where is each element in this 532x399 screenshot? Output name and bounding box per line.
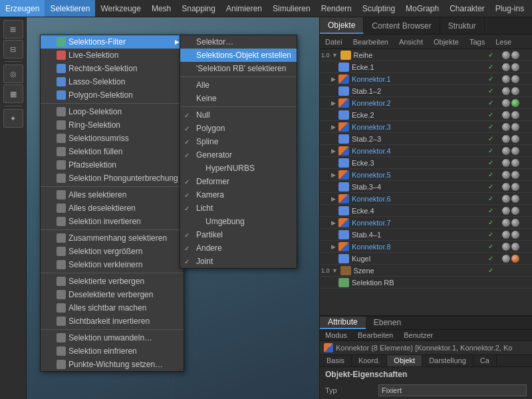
selfilt-joint-item[interactable]: ✓ Joint [180,255,297,268]
selfilt-generator-item[interactable]: ✓ Generator [180,148,297,162]
check-konnektor1[interactable]: ✓ [487,75,495,82]
selfilt-alle-item[interactable]: Alle [180,78,297,92]
obj-row-stab34[interactable]: Stab.3–4 ✓ [320,181,532,193]
menu-sculpting[interactable]: Sculpting [357,0,400,17]
toolbar-btn-3[interactable]: ◎ [3,65,23,83]
obj-row-konnektor1[interactable]: ▶ Konnektor.1 ✓ [320,73,532,85]
check-ecke2[interactable]: ✓ [487,111,495,118]
menu-plugins[interactable]: Plug-ins [490,0,529,17]
check-konnektor5[interactable]: ✓ [487,171,495,178]
sel-rechteck-item[interactable]: Rechteck-Selektion [41,62,184,75]
sel-verbergen-item[interactable]: Selektierte verbergen [41,275,184,288]
attr-menu-modus[interactable]: Modus [320,330,352,340]
sel-sichtbar-item[interactable]: Alles sichtbar machen [41,301,184,315]
menu-rendern[interactable]: Rendern [316,0,357,17]
menu-skript[interactable]: Skript [529,0,532,17]
sel-alles-item[interactable]: Alles selektieren [41,188,184,201]
obj-row-ecke2[interactable]: Ecke.2 ✓ [320,109,532,121]
obj-menu-tags[interactable]: Tags [464,35,490,49]
sel-polygon-item[interactable]: Polygon-Selektion [41,88,184,102]
obj-row-konnektor8[interactable]: ▶ Konnektor.8 ✓ [320,241,532,253]
selfilt-andere-item[interactable]: ✓ Andere [180,241,297,255]
tab-content-browser[interactable]: Content Browser [364,17,440,34]
selfilt-hypernurbs-item[interactable]: HyperNURBS [180,162,297,175]
attr-tab-attribute[interactable]: Attribute [320,317,366,329]
toolbar-btn-4[interactable]: ▦ [3,84,23,103]
check-konnektor6[interactable]: ✓ [487,195,495,202]
obj-menu-bearbeiten[interactable]: Bearbeiten [348,35,394,49]
sel-vergroessern-item[interactable]: Selektion vergrößern [41,245,184,258]
menu-charakter[interactable]: Charakter [444,0,490,17]
menu-mograph[interactable]: MoGraph [400,0,444,17]
check-ecke3[interactable]: ✓ [487,159,495,166]
sel-desel-item[interactable]: Alles deselektieren [41,201,184,215]
check-ecke4[interactable]: ✓ [487,207,495,214]
attr-menu-benutzer[interactable]: Benutzer [398,330,438,340]
tab-struktur[interactable]: Struktur [440,17,485,34]
obj-list[interactable]: 1.0 ▼ Reihe ✓ Ecke.1 ✓ [320,49,532,315]
attr-subtab-objekt[interactable]: Objekt [387,355,422,366]
attr-subtab-ca[interactable]: Ca [473,355,497,366]
selfilt-spline-item[interactable]: ✓ Spline [180,135,297,148]
check-ecke1[interactable]: ✓ [487,63,495,70]
menu-erzeugen[interactable]: Erzeugen [0,0,45,17]
obj-row-ecke4[interactable]: Ecke.4 ✓ [320,205,532,217]
sel-invert-item[interactable]: Selektion invertieren [41,215,184,228]
check-stab34[interactable]: ✓ [487,183,495,190]
menu-simulieren[interactable]: Simulieren [267,0,316,17]
menu-snapping[interactable]: Snapping [176,0,221,17]
selektor-item[interactable]: Selektor… [180,35,297,49]
sel-filter-item[interactable]: Selektions-Filter [41,35,184,49]
obj-row-konnektor7[interactable]: ▶ Konnektor.7 ✓ [320,217,532,229]
attr-subtab-darstellung[interactable]: Darstellung [422,355,473,366]
tab-objekte[interactable]: Objekte [320,17,364,34]
sel-zusammen-item[interactable]: Zusammenhang selektieren [41,231,184,245]
obj-row-konnektor3[interactable]: ▶ Konnektor.3 ✓ [320,121,532,133]
sel-live-item[interactable]: Live-Selektion [41,49,184,62]
check-konnektor7[interactable]: ✓ [487,219,495,226]
obj-menu-ansicht[interactable]: Ansicht [394,35,428,49]
sel-phong-item[interactable]: Selektion Phongunterbrechung [41,172,184,185]
check-stab41[interactable]: ✓ [487,231,495,238]
expand-konnektor1[interactable]: ▶ [329,76,337,82]
sel-fuellen-item[interactable]: Selektion füllen [41,145,184,158]
attr-menu-bearbeiten[interactable]: Bearbeiten [352,330,398,340]
check-stab12[interactable]: ✓ [487,87,495,94]
selfilt-polygon-item[interactable]: ✓ Polygon [180,122,297,135]
check-konnektor2[interactable]: ✓ [487,99,495,106]
sel-desel-verb-item[interactable]: Deselektierte verbergen [41,288,184,301]
selfilt-deformer-item[interactable]: ✓ Deformer [180,175,297,188]
obj-menu-datei[interactable]: Datei [320,35,348,49]
selobj-item[interactable]: Selektions-Objekt erstellen [180,49,297,62]
obj-row-konnektor2[interactable]: ▶ Konnektor.2 ✓ [320,97,532,109]
sel-wichtung-item[interactable]: Punkte-Wichtung setzen… [41,358,184,371]
expand-reihe[interactable]: ▼ [331,52,339,59]
check-konnektor4[interactable]: ✓ [487,147,495,154]
obj-row-konnektor5[interactable]: ▶ Konnektor.5 ✓ [320,169,532,181]
check-konnektor3[interactable]: ✓ [487,123,495,130]
sel-lasso-item[interactable]: Lasso-Selektion [41,75,184,88]
sel-ring-item[interactable]: Ring-Selektion [41,118,184,132]
obj-row-stab12[interactable]: Stab.1–2 ✓ [320,85,532,97]
sel-verkleinern-item[interactable]: Selektion verkleinern [41,258,184,271]
sel-umwandeln-item[interactable]: Selektion umwandeln… [41,331,184,344]
menu-werkzeuge[interactable]: Werkzeuge [95,0,146,17]
selrb-item[interactable]: 'Selektion RB' selektieren [180,62,297,75]
sel-einfrieren-item[interactable]: Selektion einfrieren [41,344,184,358]
obj-row-stab41[interactable]: Stab.4–1 ✓ [320,229,532,241]
attr-tab-ebenen[interactable]: Ebenen [366,317,409,329]
check-kugel[interactable]: ✓ [487,255,495,262]
obj-row-ecke1[interactable]: Ecke.1 ✓ [320,61,532,73]
selfilt-partikel-item[interactable]: ✓ Partikel [180,228,297,241]
toolbar-btn-2[interactable]: ⊟ [3,40,23,59]
expand-konnektor2[interactable]: ▶ [329,100,337,106]
check-szene[interactable]: ✓ [487,267,495,274]
obj-row-konnektor4[interactable]: ▶ Konnektor.4 ✓ [320,145,532,157]
selfilt-umgebung-item[interactable]: Umgebung [180,215,297,228]
menu-selektieren[interactable]: Selektieren [45,0,95,17]
sel-sicht-inv-item[interactable]: Sichtbarkeit invertieren [41,315,184,328]
obj-row-konnektor6[interactable]: ▶ Konnektor.6 ✓ [320,193,532,205]
menu-mesh[interactable]: Mesh [146,0,176,17]
sel-pfad-item[interactable]: Pfadselektion [41,158,184,172]
obj-row-selektion-rb[interactable]: Selektion RB [320,277,532,289]
